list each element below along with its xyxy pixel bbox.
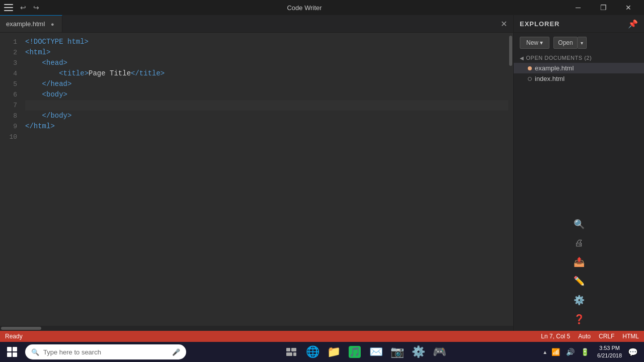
svg-rect-3 — [293, 352, 296, 356]
tab-bar: example.html ● ✕ — [0, 15, 513, 33]
line-numbers: 1 2 3 4 5 6 7 8 9 10 — [0, 33, 21, 326]
spotify-app[interactable]: 🎵 — [345, 342, 365, 362]
code-line-9: </html> — [25, 121, 508, 132]
sidebar-header: EXPLORER 📌 — [514, 15, 644, 33]
help-sidebar-icon[interactable]: ❓ — [574, 314, 585, 325]
file-saved-dot — [528, 77, 532, 81]
clock-date: 6/21/2018 — [597, 352, 622, 359]
taskbar: 🔍 Type here to search 🎤 🌐 📁 🎵 ✉️ 📷 ⚙️ � — [0, 342, 644, 362]
notification-icon[interactable]: 💬 — [628, 347, 638, 357]
status-bar: Ready Ln 7, Col 5 Auto CRLF HTML — [0, 331, 644, 342]
app7[interactable]: 🎮 — [429, 342, 449, 362]
taskview-icon — [285, 346, 297, 358]
camera-icon: 📷 — [391, 346, 403, 358]
encoding-label: Auto — [578, 333, 591, 340]
code-line-10 — [25, 132, 508, 142]
main-area: example.html ● ✕ 1 2 3 4 5 6 7 8 9 10 <!… — [0, 15, 644, 331]
files-app[interactable]: 📁 — [324, 342, 344, 362]
file-modified-dot — [528, 66, 532, 70]
pin-icon[interactable]: 📌 — [628, 19, 638, 29]
svg-rect-0 — [286, 348, 290, 351]
open-dropdown-button[interactable]: ▾ — [578, 37, 587, 49]
settings-sidebar-icon[interactable]: ⚙️ — [574, 295, 585, 306]
clock-display[interactable]: 3:53 PM 6/21/2018 — [593, 343, 626, 361]
open-group: Open ▾ — [553, 37, 586, 49]
vertical-scrollbar[interactable] — [508, 33, 513, 326]
code-editor[interactable]: <!DOCTYPE html> <html> <head> <title>Pag… — [21, 33, 508, 326]
taskview-button[interactable] — [281, 342, 301, 362]
code-line-7[interactable] — [25, 100, 508, 111]
sidebar-actions: New ▾ Open ▾ — [514, 33, 644, 53]
file-name-index: index.html — [535, 75, 565, 82]
code-line-2: <html> — [25, 47, 508, 58]
section-label: OPEN DOCUMENTS (2) — [526, 55, 592, 61]
file-item-example[interactable]: example.html — [514, 63, 644, 73]
open-button[interactable]: Open — [553, 37, 577, 49]
start-button[interactable] — [2, 342, 22, 362]
clock-time: 3:53 PM — [597, 344, 622, 352]
code-line-4: <title>Page Title</title> — [25, 68, 508, 79]
line-ending-label: CRLF — [599, 333, 614, 340]
open-documents-section[interactable]: ◀ OPEN DOCUMENTS (2) — [514, 53, 644, 63]
volume-icon[interactable]: 🔊 — [564, 346, 577, 358]
scroll-thumb-v[interactable] — [509, 36, 512, 66]
app6[interactable]: ⚙️ — [408, 342, 428, 362]
network-icon[interactable]: 📶 — [549, 346, 562, 358]
maximize-button[interactable]: ❐ — [592, 0, 615, 15]
minimize-button[interactable]: ─ — [567, 0, 590, 15]
microphone-icon[interactable]: 🎤 — [172, 348, 180, 356]
camera-app[interactable]: 📷 — [387, 342, 407, 362]
menu-icon[interactable] — [4, 4, 13, 11]
tab-close-icon[interactable]: ● — [49, 21, 56, 28]
scroll-thumb-h[interactable] — [1, 327, 41, 330]
language-label: HTML — [622, 333, 639, 340]
code-line-8: </body> — [25, 111, 508, 121]
undo-button[interactable]: ↩ — [17, 3, 29, 13]
explorer-title: EXPLORER — [520, 20, 560, 28]
file-item-index[interactable]: index.html — [514, 73, 644, 84]
sidebar: EXPLORER 📌 New ▾ Open ▾ ◀ OPEN DOCUMENTS… — [513, 15, 644, 331]
undo-redo-group: ↩ ↪ — [17, 3, 42, 13]
battery-icon[interactable]: 🔋 — [579, 346, 591, 358]
status-left: Ready — [5, 333, 23, 340]
windows-logo-icon — [7, 347, 17, 357]
status-ready: Ready — [5, 333, 23, 340]
app7-icon: 🎮 — [433, 346, 445, 358]
tab-filename: example.html — [6, 20, 45, 28]
taskbar-apps: 🌐 📁 🎵 ✉️ 📷 ⚙️ 🎮 — [189, 342, 541, 362]
redo-button[interactable]: ↪ — [30, 3, 42, 13]
new-button[interactable]: New ▾ — [520, 37, 549, 49]
edit-sidebar-icon[interactable]: ✏️ — [574, 276, 585, 287]
svg-rect-1 — [291, 348, 296, 351]
code-line-6: <body> — [25, 89, 508, 100]
file-name-example: example.html — [535, 64, 574, 72]
taskbar-search-text: Type here to search — [43, 348, 168, 356]
sidebar-bottom-icons: 🔍 🖨 📤 ✏️ ⚙️ ❓ — [514, 215, 644, 331]
close-button[interactable]: ✕ — [617, 0, 640, 15]
files-icon: 📁 — [328, 346, 340, 358]
tab-example-html[interactable]: example.html ● — [0, 15, 62, 32]
mail-app[interactable]: ✉️ — [366, 342, 386, 362]
taskbar-search-bar[interactable]: 🔍 Type here to search 🎤 — [25, 344, 186, 359]
code-line-5: </head> — [25, 79, 508, 89]
editor-close-button[interactable]: ✕ — [495, 15, 513, 32]
code-area: 1 2 3 4 5 6 7 8 9 10 <!DOCTYPE html> <ht… — [0, 33, 513, 326]
horizontal-scrollbar[interactable] — [0, 326, 513, 331]
window-controls: ─ ❐ ✕ — [567, 0, 640, 15]
print-sidebar-icon[interactable]: 🖨 — [575, 238, 584, 248]
mail-icon: ✉️ — [370, 346, 382, 358]
status-right: Ln 7, Col 5 Auto CRLF HTML — [541, 333, 639, 340]
chrome-icon: 🌐 — [306, 346, 318, 358]
chrome-app[interactable]: 🌐 — [302, 342, 323, 362]
section-arrow-icon: ◀ — [520, 55, 524, 61]
system-tray-expand-icon[interactable]: ▲ — [542, 349, 547, 355]
export-sidebar-icon[interactable]: 📤 — [574, 256, 585, 267]
search-sidebar-icon[interactable]: 🔍 — [574, 219, 585, 230]
taskbar-right: ▲ 📶 🔊 🔋 3:53 PM 6/21/2018 💬 — [542, 343, 642, 361]
svg-rect-2 — [286, 352, 292, 356]
spotify-icon: 🎵 — [349, 346, 361, 358]
code-line-1: <!DOCTYPE html> — [25, 37, 508, 47]
taskbar-search-icon: 🔍 — [31, 348, 39, 356]
cursor-position: Ln 7, Col 5 — [541, 333, 570, 340]
code-line-3: <head> — [25, 58, 508, 68]
